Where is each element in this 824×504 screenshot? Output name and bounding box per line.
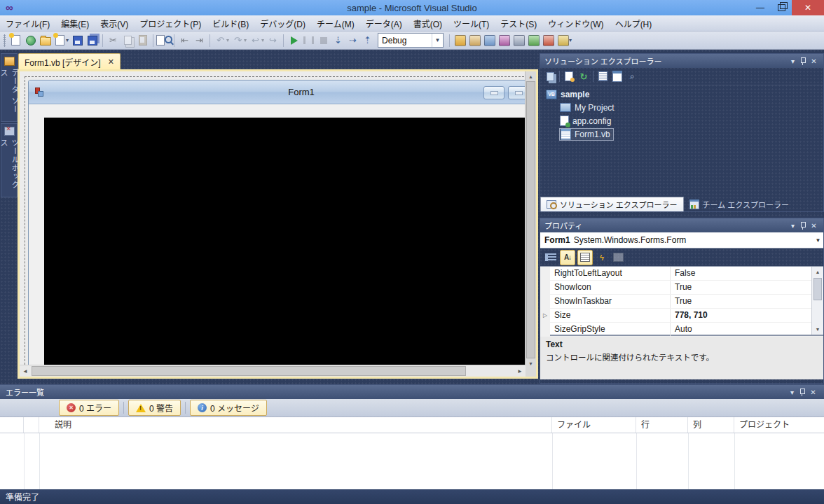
property-row[interactable]: ShowIcon True bbox=[540, 281, 823, 295]
scroll-up-icon[interactable]: ▲ bbox=[812, 267, 823, 277]
events-button[interactable]: ϟ bbox=[595, 251, 609, 265]
property-value[interactable]: True bbox=[671, 295, 823, 308]
alphabetical-button[interactable]: A↓ bbox=[560, 250, 575, 265]
panel-close-icon[interactable]: ✕ bbox=[809, 222, 819, 230]
refresh-button[interactable]: ↻ bbox=[578, 71, 589, 82]
menu-help[interactable]: ヘルプ(H) bbox=[610, 15, 658, 31]
property-name[interactable]: ShowIcon bbox=[550, 281, 671, 294]
solution-configurations-combo[interactable]: Debug ▼ bbox=[378, 33, 444, 48]
properties-titlebar[interactable]: プロパティ ▾ ✕ bbox=[540, 218, 823, 232]
error-list-button[interactable] bbox=[541, 33, 556, 48]
solution-explorer-titlebar[interactable]: ソリューション エクスプローラー ▾ ✕ bbox=[540, 54, 823, 68]
scroll-down-icon[interactable]: ▼ bbox=[812, 324, 823, 335]
view-class-diagram-button[interactable]: ⌕ bbox=[626, 71, 638, 82]
object-selector-combo[interactable]: Form1 System.Windows.Forms.Form ▼ bbox=[540, 232, 823, 248]
navigate-backward-button[interactable]: ↩ bbox=[248, 33, 263, 48]
property-name[interactable]: Size bbox=[550, 309, 671, 322]
scroll-left-icon[interactable]: ◄ bbox=[20, 368, 31, 374]
pin-icon[interactable] bbox=[797, 388, 808, 396]
column-col[interactable]: 列 bbox=[688, 417, 734, 433]
categorized-button[interactable] bbox=[544, 251, 558, 265]
toolbox-window-button[interactable] bbox=[482, 33, 497, 48]
menu-tools[interactable]: ツール(T) bbox=[448, 15, 495, 31]
sidebar-tab-toolbox[interactable]: ツールボックス bbox=[1, 123, 18, 197]
menu-debug[interactable]: デバッグ(D) bbox=[254, 15, 311, 31]
break-all-button[interactable] bbox=[301, 33, 316, 48]
step-out-button[interactable]: ⇡ bbox=[360, 33, 375, 48]
extension-manager-button[interactable] bbox=[511, 33, 526, 48]
close-button[interactable]: ✕ bbox=[792, 0, 824, 15]
property-value[interactable]: True bbox=[671, 281, 823, 294]
properties-window-button[interactable] bbox=[467, 33, 482, 48]
column-number[interactable] bbox=[24, 417, 39, 433]
designer-form-titlebar[interactable]: Form1 bbox=[29, 80, 536, 104]
property-grid-scrollbar[interactable]: ▲ ▼ bbox=[811, 267, 823, 335]
property-row[interactable]: ShowInTaskbar True bbox=[540, 295, 823, 309]
step-into-button[interactable]: ⇣ bbox=[331, 33, 345, 48]
save-all-button[interactable] bbox=[85, 33, 99, 48]
column-line[interactable]: 行 bbox=[636, 417, 688, 433]
menu-window[interactable]: ウィンドウ(W) bbox=[542, 15, 609, 31]
panel-menu-icon[interactable]: ▾ bbox=[788, 222, 798, 230]
filter-errors-button[interactable]: ✕ 0 エラー bbox=[59, 400, 119, 416]
find-in-solution-explorer-button[interactable] bbox=[453, 33, 467, 48]
menu-view[interactable]: 表示(V) bbox=[95, 15, 134, 31]
object-browser-button[interactable] bbox=[526, 33, 541, 48]
panel-menu-icon[interactable]: ▾ bbox=[788, 57, 798, 65]
undo-button[interactable]: ↶ bbox=[213, 33, 228, 48]
property-row[interactable]: RightToLeftLayout False bbox=[540, 267, 823, 281]
tab-solution-explorer[interactable]: ソリューション エクスプローラー bbox=[540, 197, 684, 211]
scroll-up-icon[interactable]: ▲ bbox=[526, 71, 536, 81]
start-debugging-button[interactable] bbox=[287, 33, 301, 48]
tree-node-form1[interactable]: Form1.vb bbox=[540, 127, 823, 141]
property-pages-button[interactable] bbox=[611, 251, 625, 265]
designer-horizontal-scrollbar[interactable]: ◄ ► bbox=[20, 365, 526, 377]
minimize-button[interactable]: — bbox=[750, 0, 771, 15]
vertical-scroll-thumb[interactable] bbox=[526, 81, 535, 358]
show-all-files-button[interactable] bbox=[563, 71, 575, 82]
property-name[interactable]: RightToLeftLayout bbox=[550, 267, 671, 280]
filter-warnings-button[interactable]: 0 警告 bbox=[128, 400, 181, 416]
designer-surface[interactable]: Form1 ▲ ▼ ◄ ► bbox=[20, 71, 536, 377]
increase-indent-button[interactable]: ⇥ bbox=[192, 33, 207, 48]
property-value[interactable]: False bbox=[671, 267, 823, 280]
cut-button[interactable]: ✂ bbox=[106, 33, 121, 48]
tree-node-project[interactable]: VB sample bbox=[540, 88, 823, 101]
column-icon[interactable] bbox=[0, 417, 24, 433]
menu-team[interactable]: チーム(M) bbox=[311, 15, 360, 31]
expand-arrow-icon[interactable]: ▷ bbox=[540, 309, 550, 322]
tree-node-my-project[interactable]: My Project bbox=[540, 101, 823, 114]
panel-close-icon[interactable]: ✕ bbox=[809, 57, 819, 65]
panel-menu-icon[interactable]: ▾ bbox=[787, 388, 797, 396]
form-minimize-button[interactable] bbox=[483, 86, 504, 99]
panel-close-icon[interactable]: ✕ bbox=[808, 388, 818, 396]
property-value[interactable]: 778, 710 bbox=[671, 309, 823, 322]
sidebar-tab-data-sources[interactable]: データ ソース bbox=[1, 53, 18, 122]
error-list-titlebar[interactable]: エラー一覧 ▾ ✕ bbox=[0, 385, 824, 399]
menu-format[interactable]: 書式(O) bbox=[408, 15, 448, 31]
column-description[interactable]: 説明 bbox=[39, 417, 552, 433]
add-new-item-button[interactable] bbox=[53, 33, 67, 48]
property-row[interactable]: SizeGripStyle Auto bbox=[540, 323, 823, 337]
selected-tree-item[interactable]: Form1.vb bbox=[559, 128, 614, 141]
combo-dropdown-icon[interactable]: ▼ bbox=[432, 34, 443, 47]
tree-node-app-config[interactable]: app.config bbox=[540, 114, 823, 127]
navigate-forward-button[interactable]: ↪ bbox=[266, 33, 280, 48]
menu-build[interactable]: ビルド(B) bbox=[207, 15, 254, 31]
properties-button[interactable] bbox=[544, 71, 556, 82]
copy-button[interactable] bbox=[121, 33, 135, 48]
paste-button[interactable] bbox=[135, 33, 150, 48]
scroll-thumb[interactable] bbox=[813, 278, 822, 300]
redo-button[interactable]: ↷ bbox=[231, 33, 245, 48]
start-page-button[interactable] bbox=[497, 33, 511, 48]
form-black-panel[interactable] bbox=[44, 118, 536, 377]
view-code-button[interactable] bbox=[597, 71, 608, 82]
column-file[interactable]: ファイル bbox=[552, 417, 636, 433]
menu-project[interactable]: プロジェクト(P) bbox=[134, 15, 207, 31]
new-project-button[interactable] bbox=[8, 33, 23, 48]
open-file-button[interactable] bbox=[38, 33, 53, 48]
property-name[interactable]: ShowInTaskbar bbox=[550, 295, 671, 308]
property-name[interactable]: SizeGripStyle bbox=[550, 323, 671, 336]
toolbar-grip[interactable] bbox=[4, 34, 6, 47]
object-combo-dropdown-icon[interactable]: ▼ bbox=[813, 232, 823, 248]
